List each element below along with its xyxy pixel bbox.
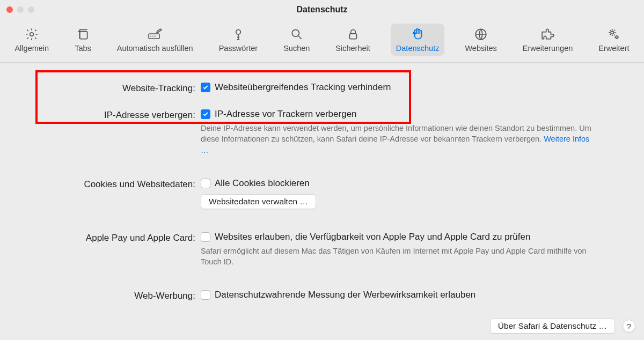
preferences-toolbar: Allgemein Tabs Automatisch ausfüllen Pas… (0, 19, 644, 63)
desc-hide-ip: Deine IP-Adresse kann verwendet werden, … (201, 123, 598, 156)
tab-label: Erweiterungen (523, 44, 573, 53)
tabs-icon (75, 27, 90, 42)
row-hide-ip: IP-Adresse verbergen: IP-Adresse vor Tra… (21, 109, 623, 156)
minimize-window-button[interactable] (17, 6, 24, 13)
hand-icon (410, 27, 425, 42)
window-title: Datenschutz (0, 5, 644, 14)
option-hide-ip: IP-Adresse vor Trackern verbergen (215, 109, 357, 120)
tab-label: Erweitert (598, 44, 629, 53)
tab-websites[interactable]: Websites (459, 24, 502, 56)
tab-label: Passwörter (219, 44, 258, 53)
label-website-tracking: Website-Tracking: (21, 82, 201, 94)
label-hide-ip: IP-Adresse verbergen: (21, 109, 201, 121)
tab-search[interactable]: Suchen (278, 24, 315, 56)
svg-point-10 (611, 31, 613, 34)
tab-label: Sicherheit (335, 44, 370, 53)
help-button[interactable]: ? (623, 320, 635, 332)
svg-point-6 (236, 29, 241, 34)
svg-point-5 (155, 36, 156, 37)
gears-icon (606, 27, 621, 42)
pencil-field-icon (148, 27, 163, 42)
tab-passwords[interactable]: Passwörter (214, 24, 264, 56)
row-applepay: Apple Pay und Apple Card: Websites erlau… (21, 232, 623, 268)
gear-icon (24, 27, 39, 42)
window-footer: Über Safari & Datenschutz … ? (490, 319, 635, 334)
option-applepay: Websites erlauben, die Verfügbarkeit von… (215, 232, 530, 242)
checkbox-applepay[interactable] (201, 232, 210, 242)
puzzle-icon (540, 27, 555, 42)
svg-point-0 (30, 33, 34, 36)
about-safari-privacy-button[interactable]: Über Safari & Datenschutz … (490, 319, 615, 334)
tab-privacy[interactable]: Datenschutz (391, 24, 445, 56)
search-icon (289, 27, 304, 42)
tab-advanced[interactable]: Erweitert (593, 24, 634, 56)
svg-point-4 (152, 36, 153, 37)
checkbox-block-cookies[interactable] (201, 179, 210, 188)
option-block-cookies: Alle Cookies blockieren (215, 178, 310, 189)
svg-point-11 (616, 36, 618, 38)
desc-applepay: Safari ermöglicht auf diesem Mac das Tät… (201, 246, 598, 268)
key-icon (231, 27, 246, 42)
checkbox-hide-ip[interactable] (201, 109, 210, 119)
tab-extensions[interactable]: Erweiterungen (517, 24, 579, 56)
tab-security[interactable]: Sicherheit (330, 24, 375, 56)
traffic-lights (6, 6, 34, 13)
checkbox-prevent-tracking[interactable] (201, 83, 210, 92)
svg-point-3 (150, 36, 151, 37)
tab-label: Suchen (283, 44, 310, 53)
manage-website-data-button[interactable]: Websitedaten verwalten … (201, 194, 316, 209)
option-ad-measurement: Datenschutzwahrende Messung der Werbewir… (215, 290, 475, 300)
tab-autofill[interactable]: Automatisch ausfüllen (112, 24, 199, 56)
tab-tabs[interactable]: Tabs (69, 24, 97, 56)
svg-point-7 (292, 29, 299, 36)
tab-label: Allgemein (14, 44, 49, 53)
svg-rect-1 (80, 32, 87, 39)
tab-label: Tabs (75, 44, 91, 53)
maximize-window-button[interactable] (28, 6, 34, 13)
option-prevent-tracking: Websiteübergreifendes Tracking verhinder… (215, 82, 391, 93)
label-applepay: Apple Pay und Apple Card: (21, 232, 201, 243)
row-cookies: Cookies und Websitedaten: Alle Cookies b… (21, 178, 623, 209)
label-ads: Web-Werbung: (21, 290, 201, 301)
content-pane: Website-Tracking: Websiteübergreifendes … (0, 63, 644, 301)
globe-icon (473, 27, 488, 42)
close-window-button[interactable] (6, 6, 13, 13)
checkbox-ad-measurement[interactable] (201, 290, 210, 300)
row-website-tracking: Website-Tracking: Websiteübergreifendes … (21, 82, 623, 94)
label-cookies: Cookies und Websitedaten: (21, 178, 201, 190)
tab-label: Automatisch ausfüllen (117, 44, 193, 53)
tab-label: Datenschutz (396, 44, 440, 53)
row-ads: Web-Werbung: Datenschutzwahrende Messung… (21, 290, 623, 301)
tab-label: Websites (465, 44, 496, 53)
svg-rect-8 (349, 34, 356, 39)
tab-allgemein[interactable]: Allgemein (9, 24, 54, 56)
lock-icon (346, 27, 361, 42)
window-titlebar: Datenschutz (0, 0, 644, 19)
